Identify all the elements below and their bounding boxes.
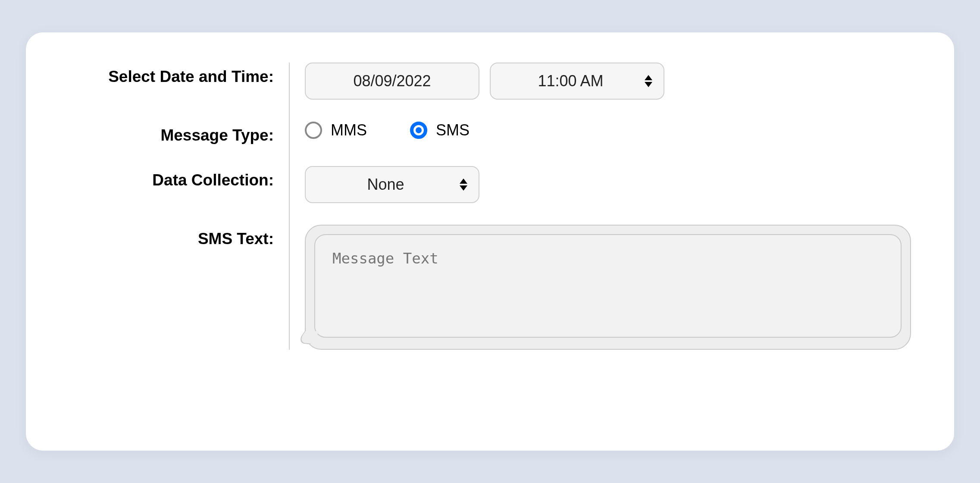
svg-marker-0: [645, 75, 652, 80]
label-message-type: Message Type:: [69, 121, 274, 144]
time-value: 11:00 AM: [508, 72, 633, 90]
sms-bubble-wrap: [305, 225, 911, 350]
radio-mms[interactable]: MMS: [305, 121, 367, 139]
form-grid: Select Date and Time: 08/09/2022 11:00 A…: [69, 63, 911, 350]
label-date-time: Select Date and Time:: [69, 63, 274, 86]
sms-text-controls: [305, 225, 911, 350]
svg-marker-2: [460, 179, 467, 184]
data-collection-controls: None: [305, 166, 911, 203]
data-collection-select[interactable]: None: [305, 166, 479, 203]
date-input[interactable]: 08/09/2022: [305, 63, 479, 100]
radio-sms-label: SMS: [436, 121, 470, 139]
sms-text-input[interactable]: [314, 234, 902, 338]
label-sms-text: SMS Text:: [69, 225, 274, 248]
radio-mms-label: MMS: [331, 121, 367, 139]
label-data-collection: Data Collection:: [69, 166, 274, 189]
svg-marker-3: [460, 185, 467, 191]
data-collection-value: None: [323, 176, 448, 194]
vertical-divider: [289, 63, 290, 350]
stepper-icon: [645, 75, 652, 87]
form-card: Select Date and Time: 08/09/2022 11:00 A…: [26, 32, 954, 451]
svg-marker-1: [645, 82, 652, 87]
sms-bubble: [305, 225, 911, 350]
radio-circle-icon: [305, 122, 322, 139]
date-time-controls: 08/09/2022 11:00 AM: [305, 63, 911, 100]
time-select[interactable]: 11:00 AM: [490, 63, 664, 100]
message-type-radio-group: MMS SMS: [305, 121, 911, 139]
radio-circle-icon: [410, 122, 427, 139]
date-value: 08/09/2022: [353, 72, 431, 90]
stepper-icon: [460, 179, 467, 191]
radio-sms[interactable]: SMS: [410, 121, 470, 139]
